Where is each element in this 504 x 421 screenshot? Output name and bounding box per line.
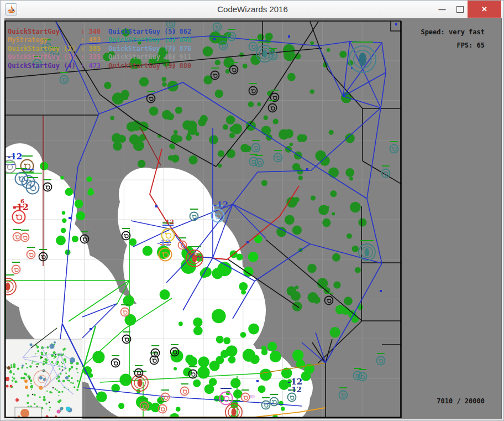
tree [118, 135, 126, 143]
tree [175, 107, 182, 114]
game-viewport[interactable]: -12-126-12-12-12-12-12 [4, 18, 502, 419]
tree [216, 336, 224, 344]
tree [310, 41, 314, 45]
tree [174, 367, 177, 370]
tree [248, 252, 259, 262]
minimap-tree [17, 381, 18, 382]
tree [193, 380, 201, 387]
minimap-tree [30, 383, 32, 384]
player-score: : 862 [171, 28, 191, 35]
tree [229, 133, 235, 138]
tree [332, 212, 335, 216]
minimap-tree [55, 388, 56, 390]
tree [183, 367, 192, 376]
tree [333, 282, 340, 289]
minimap-tree [30, 386, 32, 387]
minimap-tree [37, 350, 39, 352]
tree [87, 189, 94, 196]
minimap-tree [59, 399, 61, 402]
minimap-dot [54, 341, 56, 344]
game-map[interactable]: -12-126-12-12-12-12-12 [4, 18, 501, 419]
minimap-dot [30, 344, 33, 346]
minimap-tree [12, 380, 14, 382]
tree [258, 385, 266, 393]
window-title: CodeWizards 2016 [1, 4, 504, 14]
tree [276, 227, 286, 237]
minimap-tree [27, 394, 29, 397]
tree [225, 69, 230, 74]
minimap-tree [31, 389, 32, 390]
tree [287, 286, 297, 296]
tree [118, 403, 124, 409]
minimap-tree [14, 380, 17, 383]
tree [260, 368, 272, 381]
minimap-dot [29, 378, 30, 380]
minimap-tree [64, 348, 66, 350]
tree [330, 190, 337, 197]
tree [179, 321, 183, 326]
minimap-dot [57, 410, 61, 414]
minimap-tree [13, 373, 15, 375]
minimap-dot [6, 385, 9, 388]
tree [297, 168, 303, 175]
tree [185, 355, 195, 364]
tree [215, 90, 223, 98]
minimap-tree [49, 409, 50, 410]
tree [216, 356, 224, 364]
minimap-tree [76, 368, 78, 370]
tree [298, 137, 303, 142]
tree [248, 324, 259, 335]
tree [285, 215, 295, 225]
minimap-tree [51, 392, 53, 393]
navmesh-node [69, 217, 71, 219]
navmesh-node [395, 23, 397, 25]
scoreboard-row: QuickStartGuy (4): 473 [8, 62, 101, 70]
scoreboard-row: QuickStartGuy (3): 335 [8, 53, 101, 61]
tree [110, 116, 114, 121]
minimap-tree [24, 373, 26, 375]
tree [344, 297, 353, 305]
tree [203, 46, 213, 57]
tower-icon [186, 250, 203, 267]
tree [60, 176, 64, 179]
minimap-tree [65, 361, 66, 363]
minimap-dot [49, 402, 50, 403]
tree [198, 118, 206, 126]
minimap-tree [74, 386, 75, 388]
tree [86, 176, 92, 182]
navmesh-node [380, 290, 382, 292]
minimap-tree [17, 368, 19, 370]
minimap-tree [12, 376, 14, 378]
tree [127, 122, 136, 132]
scoreboard-column: QuickStartGuy (5): 862QuickStartGuy (6):… [108, 28, 191, 70]
player-score: : 473 [81, 62, 101, 70]
minimap-tree [51, 361, 53, 363]
tree [96, 392, 107, 403]
minimize-button[interactable]: — [434, 1, 450, 18]
tree [355, 267, 361, 273]
tree [342, 307, 350, 315]
damage-label: 6 [20, 198, 24, 204]
minimap-tree [76, 389, 78, 391]
minimap-tree [63, 354, 65, 355]
minimap-tree [54, 358, 55, 359]
tree [168, 155, 174, 161]
tree [139, 134, 146, 141]
minimize-glyph: — [439, 5, 446, 13]
minimap-tree [72, 382, 74, 384]
tree [279, 401, 284, 406]
damage-label: -12 [163, 219, 174, 226]
minimap-tree [71, 366, 74, 368]
tree [174, 130, 178, 134]
minimap-tree [25, 363, 27, 365]
player-name: QuickStartGuy (3) [8, 53, 81, 61]
close-button[interactable]: ✕ [468, 1, 501, 18]
minimap-tree [34, 403, 36, 405]
minimap-tree [20, 377, 23, 379]
minimap-tree [56, 361, 59, 363]
maximize-button[interactable] [452, 1, 468, 18]
tower-icon [359, 244, 375, 261]
tree [307, 264, 316, 273]
title-bar[interactable]: CodeWizards 2016 — ✕ [1, 1, 504, 18]
scoreboard-row: QuickStartGuy (5): 862 [108, 28, 191, 36]
